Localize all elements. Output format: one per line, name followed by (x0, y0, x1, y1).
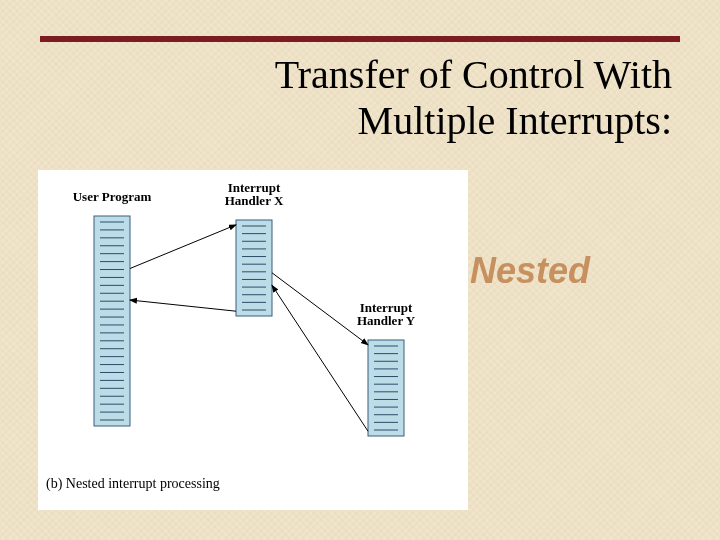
box-user (94, 216, 130, 426)
label-hx-1: Handler X (225, 193, 284, 208)
title-line-1: Transfer of Control With (275, 52, 672, 97)
figure-nested-interrupt: User ProgramInterruptHandler XInterruptH… (38, 170, 468, 510)
diagram-svg: User ProgramInterruptHandler XInterruptH… (38, 170, 468, 470)
box-hx (236, 220, 272, 316)
arrow-2 (272, 273, 368, 345)
arrow-3 (272, 285, 368, 431)
arrow-0 (130, 225, 236, 269)
page-title: Transfer of Control With Multiple Interr… (0, 52, 672, 144)
label-hy-1: Handler Y (357, 313, 416, 328)
label-user-0: User Program (73, 189, 152, 204)
arrow-1 (130, 300, 236, 311)
title-line-2: Multiple Interrupts: (358, 98, 672, 143)
subtitle-nested: Nested (470, 250, 590, 292)
box-hy (368, 340, 404, 436)
header-rule (40, 36, 680, 42)
figure-caption: (b) Nested interrupt processing (46, 476, 468, 492)
